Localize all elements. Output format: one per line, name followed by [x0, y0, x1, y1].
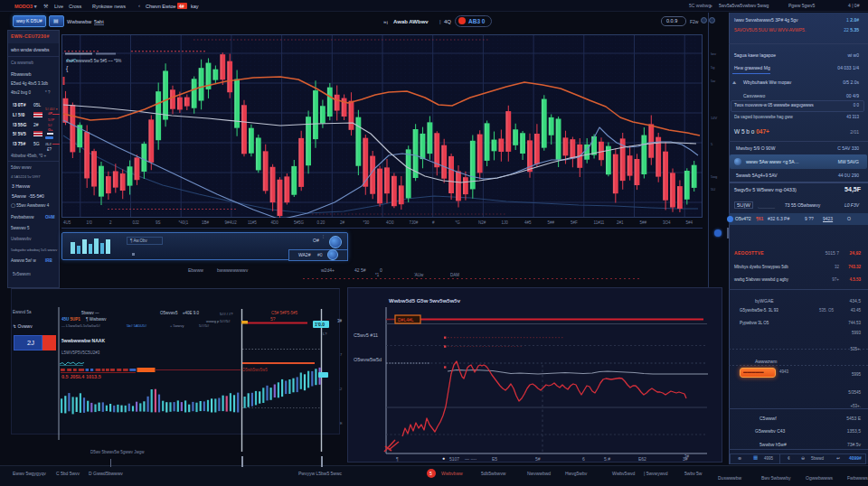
svg-text:D#L4#L: D#L4#L [398, 317, 414, 322]
svg-text:5?: 5? [270, 316, 276, 322]
svg-text:D5wb5wv5w5: D5wb5wv5w5 [242, 368, 268, 372]
